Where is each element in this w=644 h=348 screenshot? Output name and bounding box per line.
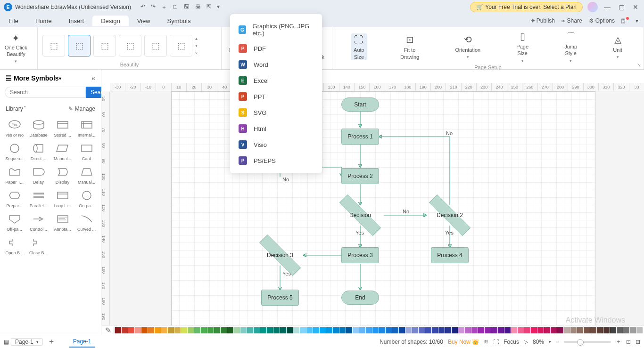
color-swatch[interactable] bbox=[386, 327, 392, 333]
zoom-level[interactable]: 80% bbox=[533, 339, 544, 345]
export-item-graphicspngjpgetc[interactable]: GGraphics (PNG, JPG etc.) bbox=[230, 19, 322, 40]
shape-delay[interactable]: Delay bbox=[27, 164, 50, 185]
minimize-icon[interactable]: — bbox=[603, 3, 612, 11]
manage-library-button[interactable]: ✎ Manage bbox=[68, 105, 95, 112]
export-item-visio[interactable]: VVisio bbox=[230, 137, 322, 153]
zoom-dropdown-icon[interactable]: ▾ bbox=[549, 340, 551, 344]
shape-stored[interactable]: Stored ... bbox=[51, 117, 74, 138]
color-swatch[interactable] bbox=[636, 327, 643, 333]
fit-page-icon[interactable]: ⊡ bbox=[626, 339, 631, 345]
color-swatch[interactable] bbox=[551, 327, 557, 333]
color-swatch[interactable] bbox=[399, 327, 405, 333]
layers-icon[interactable]: ≋ bbox=[484, 339, 488, 345]
shape-loopli[interactable]: Loop Li... bbox=[51, 187, 74, 208]
zoom-slider[interactable] bbox=[564, 341, 611, 343]
outline-view-icon[interactable]: ▤ bbox=[4, 339, 9, 345]
library-label[interactable]: Library bbox=[6, 105, 23, 112]
color-swatch[interactable] bbox=[300, 327, 306, 333]
color-swatch[interactable] bbox=[135, 327, 141, 333]
export-item-pseps[interactable]: PPS/EPS bbox=[230, 153, 322, 169]
color-swatch[interactable] bbox=[155, 327, 161, 333]
color-swatch[interactable] bbox=[128, 327, 134, 333]
zoom-in-button[interactable]: ＋ bbox=[616, 338, 621, 346]
shape-internal[interactable]: Internal... bbox=[75, 117, 98, 138]
qat-more-icon[interactable]: ▾ bbox=[217, 3, 220, 11]
color-swatch[interactable] bbox=[181, 327, 187, 333]
color-swatch[interactable] bbox=[544, 327, 550, 333]
save-icon[interactable]: 🖫 bbox=[184, 3, 190, 11]
color-swatch[interactable] bbox=[465, 327, 471, 333]
shape-papert[interactable]: Paper T... bbox=[3, 164, 26, 185]
color-swatch[interactable] bbox=[445, 327, 451, 333]
no-color-swatch[interactable] bbox=[114, 327, 115, 333]
color-swatch[interactable] bbox=[584, 327, 590, 333]
style-thumbnail-6[interactable]: ⬚ bbox=[170, 35, 192, 57]
color-swatch[interactable] bbox=[287, 327, 293, 333]
color-swatch[interactable] bbox=[207, 327, 214, 333]
color-swatch[interactable] bbox=[353, 327, 359, 333]
color-swatch[interactable] bbox=[214, 327, 220, 333]
color-swatch[interactable] bbox=[234, 327, 240, 333]
node-process1[interactable]: Process 1 bbox=[341, 129, 379, 145]
color-swatch[interactable] bbox=[452, 327, 458, 333]
color-swatch[interactable] bbox=[458, 327, 464, 333]
fit-to-drawing-button[interactable]: ⊡Fit to Drawing bbox=[397, 33, 422, 60]
shape-sequen[interactable]: Sequen... bbox=[3, 140, 26, 161]
color-swatch[interactable] bbox=[617, 327, 623, 333]
color-swatch[interactable] bbox=[366, 327, 372, 333]
node-decision[interactable]: Decision bbox=[337, 205, 384, 226]
style-thumbnail-5[interactable]: ⬚ bbox=[144, 35, 167, 57]
canvas[interactable]: Start Process 1 Process 2 Decision Decis… bbox=[110, 91, 644, 325]
style-gallery-icon[interactable]: ▿ bbox=[195, 50, 198, 55]
shape-openb[interactable]: Open B... bbox=[3, 235, 26, 255]
color-swatch[interactable] bbox=[438, 327, 445, 333]
color-swatch[interactable] bbox=[590, 327, 596, 333]
node-process4[interactable]: Process 4 bbox=[431, 247, 469, 263]
color-swatch[interactable] bbox=[537, 327, 544, 333]
auto-size-button[interactable]: ⛶Auto Size bbox=[351, 33, 367, 60]
color-swatch[interactable] bbox=[564, 327, 570, 333]
jump-style-button[interactable]: ⌒Jump Style bbox=[561, 30, 580, 64]
menu-home[interactable]: Home bbox=[27, 16, 60, 26]
close-icon[interactable]: ✕ bbox=[631, 3, 640, 11]
color-swatch[interactable] bbox=[412, 327, 418, 333]
color-swatch[interactable] bbox=[623, 327, 629, 333]
search-input[interactable] bbox=[5, 87, 86, 98]
node-process5[interactable]: Process 5 bbox=[261, 290, 299, 306]
focus-mode-button[interactable]: Focus bbox=[504, 339, 519, 345]
shape-annota[interactable]: Annota... bbox=[51, 211, 74, 232]
zoom-out-button[interactable]: − bbox=[556, 339, 559, 345]
more-symbols-label[interactable]: More Symbols bbox=[14, 74, 59, 82]
color-swatch[interactable] bbox=[333, 327, 339, 333]
export-icon[interactable]: ⇱ bbox=[206, 3, 211, 11]
page-indicator[interactable]: Page-1 bbox=[69, 336, 95, 348]
node-end[interactable]: End bbox=[341, 291, 379, 305]
export-item-svg[interactable]: SSVG bbox=[230, 105, 322, 121]
node-decision3[interactable]: Decision 3 bbox=[256, 245, 304, 266]
color-swatch[interactable] bbox=[221, 327, 227, 333]
color-swatch[interactable] bbox=[557, 327, 563, 333]
color-swatch[interactable] bbox=[306, 327, 313, 333]
node-process3[interactable]: Process 3 bbox=[341, 247, 379, 263]
color-swatch[interactable] bbox=[485, 327, 491, 333]
node-start[interactable]: Start bbox=[341, 97, 379, 112]
color-swatch[interactable] bbox=[188, 327, 194, 333]
menu-design[interactable]: Design bbox=[92, 16, 128, 26]
color-swatch[interactable] bbox=[320, 327, 326, 333]
page-size-button[interactable]: ▯Page Size bbox=[513, 30, 531, 64]
color-swatch[interactable] bbox=[531, 327, 537, 333]
color-swatch[interactable] bbox=[478, 327, 484, 333]
color-swatch[interactable] bbox=[425, 327, 431, 333]
color-swatch[interactable] bbox=[280, 327, 286, 333]
menu-symbols[interactable]: Symbols bbox=[159, 16, 199, 26]
shape-onpa[interactable]: On-pa... bbox=[75, 187, 98, 208]
export-item-ppt[interactable]: PPPT bbox=[230, 89, 322, 105]
color-swatch[interactable] bbox=[511, 327, 517, 333]
color-swatch[interactable] bbox=[524, 327, 530, 333]
export-item-word[interactable]: WWord bbox=[230, 57, 322, 73]
color-swatch[interactable] bbox=[498, 327, 504, 333]
color-swatch[interactable] bbox=[379, 327, 385, 333]
menu-view[interactable]: View bbox=[129, 16, 159, 26]
color-swatch[interactable] bbox=[194, 327, 200, 333]
unit-button[interactable]: ◬Unit bbox=[610, 33, 625, 60]
